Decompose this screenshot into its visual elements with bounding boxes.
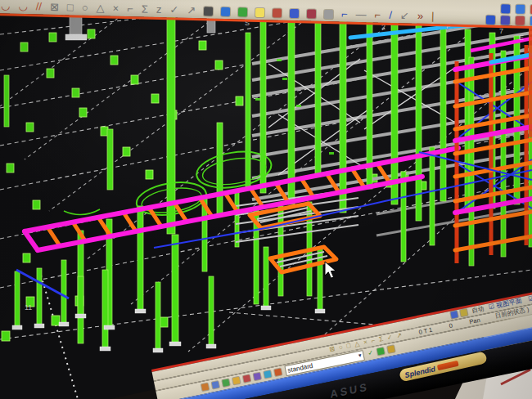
- column-tool-icon[interactable]: [273, 8, 282, 17]
- rotate-tool-icon[interactable]: [516, 16, 525, 25]
- render-tool-icon[interactable]: [516, 5, 525, 14]
- snap-depth-icon[interactable]: [460, 309, 467, 316]
- component-catalog-icon[interactable]: [376, 347, 384, 355]
- snap-extension-icon[interactable]: ↗: [187, 5, 196, 16]
- top-toolbar-row-1: [501, 4, 532, 15]
- selected-count: 0: [449, 321, 453, 330]
- pan-tool-icon[interactable]: [501, 16, 510, 25]
- snap-sum-icon[interactable]: Σ: [378, 336, 383, 343]
- slope-beam-icon[interactable]: /: [389, 10, 392, 20]
- snap-check-icon[interactable]: ✓: [386, 334, 393, 342]
- snap-center-icon[interactable]: ○: [82, 2, 88, 13]
- snap-circle-icon[interactable]: ○: [338, 344, 343, 352]
- view-along-icon[interactable]: [243, 374, 250, 382]
- snap-confirm-icon[interactable]: ✓: [169, 4, 178, 15]
- monitor-brand-logo: ASUS: [330, 380, 369, 399]
- curved-beam-icon[interactable]: ⌐: [375, 9, 381, 20]
- print-icon[interactable]: [274, 368, 282, 375]
- note-icon[interactable]: [255, 8, 264, 17]
- binoculars-icon[interactable]: [204, 7, 213, 16]
- cut-line-tool-icon[interactable]: //: [36, 1, 43, 11]
- top-toolbar-row-2: [486, 16, 532, 26]
- dash-tool-icon[interactable]: —: [356, 9, 367, 20]
- create-view-icon[interactable]: [201, 383, 209, 391]
- weld-tool-icon[interactable]: ◡: [1, 0, 11, 11]
- snap-intersection-icon[interactable]: ×: [113, 3, 119, 14]
- paint-pour-icon[interactable]: [221, 7, 230, 16]
- apply-filter-icon[interactable]: ✓: [367, 350, 374, 357]
- sticker-accent: [437, 360, 459, 370]
- snap-nearest-icon[interactable]: z: [156, 4, 162, 15]
- poly-beam-icon[interactable]: ⌐: [341, 8, 348, 19]
- snap-sum-icon[interactable]: Σ: [142, 3, 148, 14]
- basic-view-icon[interactable]: [232, 377, 240, 384]
- plate-tool-icon[interactable]: [307, 9, 316, 18]
- view-list-icon[interactable]: [212, 381, 219, 388]
- snap-arrow-icon[interactable]: ↗: [396, 332, 403, 339]
- snap-cross-icon[interactable]: ×: [363, 339, 368, 347]
- bar-tool-icon[interactable]: |: [431, 11, 435, 21]
- snap-midpoint-icon[interactable]: △: [97, 2, 105, 13]
- snap-perpendicular-icon[interactable]: ⌐: [127, 3, 133, 14]
- beam-tool-icon[interactable]: [290, 9, 299, 18]
- view-3d-icon[interactable]: [254, 373, 261, 380]
- snap-square-icon[interactable]: □: [346, 343, 351, 350]
- screenshot-icon[interactable]: [264, 370, 271, 378]
- snap-points-icon[interactable]: ⊠: [50, 2, 59, 12]
- top-toolbar-right-cluster: [486, 4, 532, 26]
- fly-through-icon[interactable]: [238, 7, 247, 16]
- snap-endpoint-icon[interactable]: □: [67, 2, 74, 12]
- snap-settings-icon[interactable]: [450, 311, 458, 318]
- double-arrow-icon[interactable]: »: [417, 11, 424, 21]
- zoom-tool-icon[interactable]: [486, 16, 495, 25]
- item-tool-icon[interactable]: [324, 10, 333, 19]
- sticker-label: Splendid: [404, 364, 435, 379]
- phase-manager-icon[interactable]: [387, 345, 394, 352]
- snap-corner-icon[interactable]: ⌐: [371, 338, 376, 345]
- chevron-down-icon: ▾: [358, 352, 362, 360]
- arrow-sw-icon[interactable]: ↙: [400, 10, 409, 20]
- snap-any-icon[interactable]: ⊠: [329, 346, 336, 353]
- view-tool-icon[interactable]: [501, 4, 510, 13]
- named-view-icon[interactable]: [222, 379, 229, 386]
- weld-tool-2-icon[interactable]: ◡: [18, 1, 28, 11]
- snap-triangle-icon[interactable]: △: [354, 341, 361, 348]
- viewport-border-right: [529, 23, 532, 137]
- monitor-photo: 37S2P7E11 ◡◡//⊠□○△×⌐Σz✓↗⌐—⌐/↙»| 自动 ☑ 视图平…: [0, 0, 532, 399]
